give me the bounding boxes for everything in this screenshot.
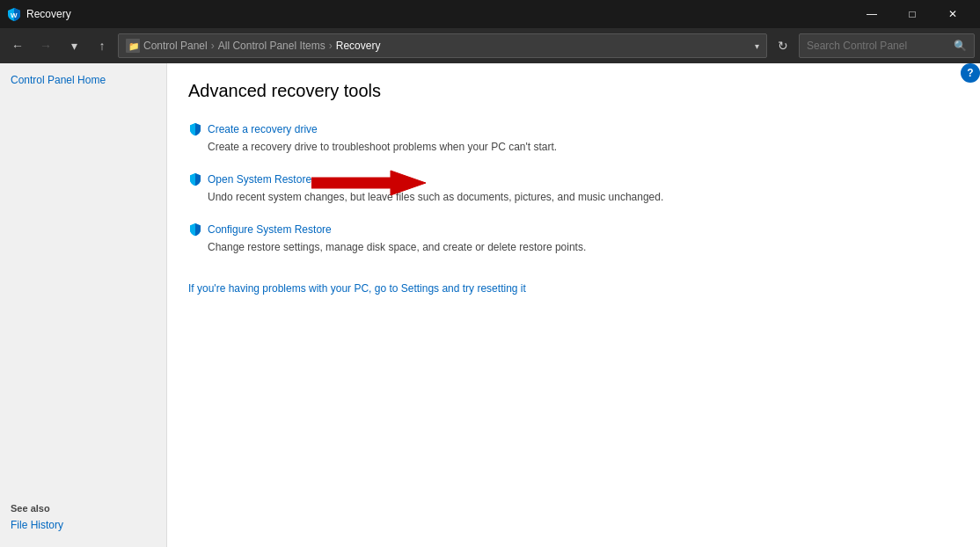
forward-button[interactable]: → <box>33 33 58 58</box>
app-icon: W <box>7 7 21 21</box>
address-bar: ← → ▾ ↑ 📁 Control Panel › All Control Pa… <box>0 28 980 63</box>
shield-icon-2 <box>188 172 202 186</box>
breadcrumb-current: Recovery <box>336 40 381 52</box>
open-system-restore-label: Open System Restore <box>208 173 311 186</box>
back-button[interactable]: ← <box>5 33 30 58</box>
search-input[interactable] <box>807 40 950 52</box>
configure-system-restore-label: Configure System Restore <box>208 223 332 236</box>
create-recovery-drive-desc: Create a recovery drive to troubleshoot … <box>188 140 959 155</box>
close-button[interactable]: ✕ <box>932 0 973 28</box>
tool-item-create-recovery: Create a recovery drive Create a recover… <box>188 122 959 155</box>
open-system-restore-desc: Undo recent system changes, but leave fi… <box>188 190 959 205</box>
main-container: Control Panel Home See also File History… <box>0 63 980 547</box>
configure-system-restore-link[interactable]: Configure System Restore <box>188 222 959 237</box>
settings-reset-link[interactable]: If you're having problems with your PC, … <box>188 282 526 295</box>
create-recovery-drive-label: Create a recovery drive <box>208 123 318 135</box>
see-also-label: See also <box>0 500 166 517</box>
sidebar: Control Panel Home See also File History <box>0 63 167 547</box>
shield-icon-1 <box>188 122 202 136</box>
svg-text:📁: 📁 <box>128 40 140 52</box>
dropdown-button[interactable]: ▾ <box>62 33 86 58</box>
breadcrumb-part-2: All Control Panel Items <box>218 40 325 52</box>
minimize-button[interactable]: — <box>852 0 892 28</box>
sidebar-bottom: See also File History <box>0 500 166 540</box>
help-button[interactable]: ? <box>961 63 980 83</box>
open-system-restore-link[interactable]: Open System Restore <box>188 172 959 186</box>
window-controls: — □ ✕ <box>852 0 973 28</box>
tool-item-system-restore: Open System Restore Undo recent system c… <box>188 172 959 205</box>
page-title: Advanced recovery tools <box>188 81 959 101</box>
svg-text:W: W <box>11 11 18 19</box>
titlebar: W Recovery — □ ✕ <box>0 0 980 28</box>
up-button[interactable]: ↑ <box>90 33 114 58</box>
shield-icon-3 <box>188 222 202 237</box>
tool-item-configure-restore: Configure System Restore Change restore … <box>188 222 959 255</box>
file-history-link[interactable]: File History <box>0 517 166 533</box>
configure-system-restore-desc: Change restore settings, manage disk spa… <box>188 240 959 255</box>
refresh-button[interactable]: ↻ <box>771 33 795 58</box>
maximize-button[interactable]: □ <box>892 0 932 28</box>
breadcrumb-part-1: Control Panel <box>143 40 208 52</box>
content-area: ? Advanced recovery tools Create a recov… <box>167 63 980 547</box>
search-icon: 🔍 <box>954 40 967 52</box>
create-recovery-drive-link[interactable]: Create a recovery drive <box>188 122 959 136</box>
window-title: Recovery <box>26 8 852 20</box>
breadcrumb: 📁 Control Panel › All Control Panel Item… <box>126 39 380 53</box>
address-box[interactable]: 📁 Control Panel › All Control Panel Item… <box>118 33 767 58</box>
address-chevron-icon[interactable]: ▾ <box>755 41 759 51</box>
search-box[interactable]: 🔍 <box>799 33 975 58</box>
control-panel-home-link[interactable]: Control Panel Home <box>0 70 166 90</box>
